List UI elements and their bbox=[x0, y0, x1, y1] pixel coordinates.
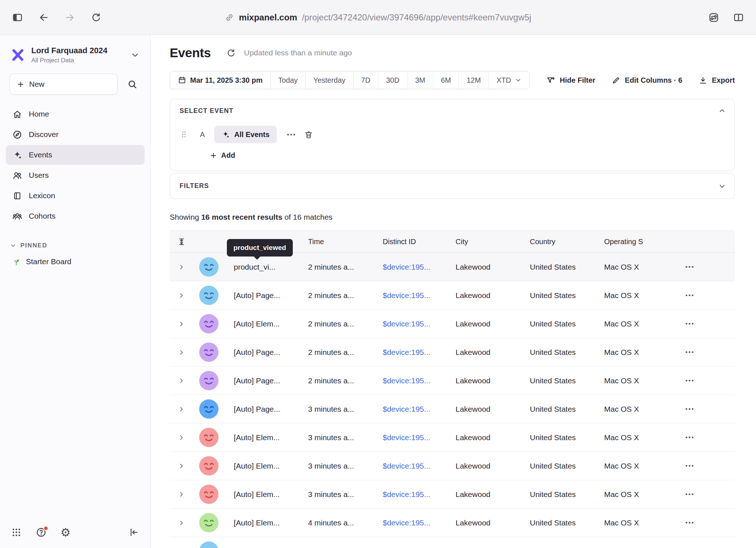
expand-rows-icon bbox=[177, 237, 186, 246]
range-30d[interactable]: 30D bbox=[378, 71, 407, 89]
distinct-id-link[interactable]: $device:195... bbox=[383, 405, 456, 414]
pinned-section-header[interactable]: PINNED bbox=[0, 242, 150, 249]
event-name-cell[interactable]: [Auto] Page... bbox=[224, 405, 308, 414]
chevron-down-icon bbox=[718, 182, 727, 191]
sidebar-item-lexicon[interactable]: Lexicon bbox=[6, 186, 145, 206]
distinct-id-link[interactable]: $device:195... bbox=[383, 433, 456, 442]
city-cell: Lakewood bbox=[456, 320, 530, 328]
expand-row-button[interactable] bbox=[170, 320, 197, 328]
row-actions-button[interactable] bbox=[678, 432, 735, 442]
page-settings-button[interactable] bbox=[706, 9, 722, 26]
row-actions-button[interactable] bbox=[678, 319, 735, 329]
expand-row-button[interactable] bbox=[170, 291, 197, 300]
expand-section-button[interactable] bbox=[718, 182, 727, 191]
row-actions-button[interactable] bbox=[678, 347, 735, 357]
date-picker-button[interactable]: Mar 11, 2025 3:30 pm bbox=[170, 71, 270, 89]
range-xtd[interactable]: XTD bbox=[488, 71, 529, 89]
distinct-id-link[interactable]: $device:195... bbox=[383, 518, 456, 527]
event-avatar-icon bbox=[199, 314, 218, 333]
edit-columns-button[interactable]: Edit Columns · 6 bbox=[611, 76, 682, 85]
distinct-id-link[interactable]: $device:195... bbox=[383, 348, 456, 357]
table-row: [Auto] Page... 3 minutes a... $device:19… bbox=[170, 395, 735, 423]
expand-all-rows-button[interactable] bbox=[170, 237, 197, 246]
distinct-id-link[interactable]: $device:195... bbox=[383, 376, 456, 385]
search-button[interactable] bbox=[123, 75, 142, 94]
sidebar-item-discover[interactable]: Discover bbox=[6, 125, 145, 144]
expand-row-button[interactable] bbox=[170, 348, 197, 356]
row-actions-button[interactable] bbox=[678, 404, 735, 414]
row-actions-button[interactable] bbox=[678, 546, 735, 548]
address-bar[interactable]: mixpanel.com/project/3472420/view/397469… bbox=[225, 12, 531, 23]
drag-handle[interactable] bbox=[180, 130, 188, 139]
distinct-id-link[interactable]: $device:195... bbox=[383, 320, 456, 328]
event-chip-label: All Events bbox=[234, 130, 269, 139]
distinct-id-link[interactable]: $device:195... bbox=[383, 263, 456, 271]
event-name-cell[interactable]: [Auto] Page... bbox=[224, 291, 308, 300]
country-cell: United States bbox=[530, 376, 604, 385]
add-event-button[interactable]: Add bbox=[209, 151, 235, 160]
event-name-cell[interactable]: [Auto] Elem... bbox=[224, 433, 308, 442]
sidebar-item-starter-board[interactable]: Starter Board bbox=[6, 252, 145, 271]
range-3m[interactable]: 3M bbox=[407, 71, 433, 89]
forward-button[interactable] bbox=[62, 9, 78, 26]
range-yesterday[interactable]: Yesterday bbox=[305, 71, 353, 89]
expand-row-button[interactable] bbox=[170, 405, 197, 413]
event-avatar-icon bbox=[199, 456, 218, 475]
collapse-sidebar-button[interactable] bbox=[129, 527, 139, 538]
row-actions-button[interactable] bbox=[678, 489, 735, 499]
sidebar-item-users[interactable]: Users bbox=[6, 165, 145, 185]
new-button[interactable]: New bbox=[9, 74, 118, 95]
export-button[interactable]: Export bbox=[698, 76, 735, 85]
back-button[interactable] bbox=[36, 9, 52, 26]
sidebar-toggle-button[interactable] bbox=[9, 9, 25, 26]
chevron-down-icon[interactable] bbox=[130, 50, 140, 60]
apps-grid-button[interactable] bbox=[11, 527, 22, 538]
event-name-cell[interactable]: [Auto] Elem... bbox=[224, 462, 308, 470]
expand-row-button[interactable] bbox=[170, 519, 197, 527]
event-name-cell[interactable]: [Auto] Page... bbox=[224, 376, 308, 385]
expand-row-button[interactable] bbox=[170, 490, 197, 498]
range-7d[interactable]: 7D bbox=[353, 71, 378, 89]
distinct-id-link[interactable]: $device:195... bbox=[383, 490, 456, 499]
reload-button[interactable] bbox=[88, 9, 104, 26]
distinct-id-link[interactable]: $device:195... bbox=[383, 291, 456, 300]
sidebar-item-cohorts[interactable]: Cohorts bbox=[6, 206, 145, 226]
range-12m[interactable]: 12M bbox=[458, 71, 488, 89]
help-button[interactable] bbox=[36, 527, 47, 538]
split-view-button[interactable] bbox=[731, 9, 747, 26]
row-actions-button[interactable] bbox=[678, 290, 735, 300]
row-actions-button[interactable] bbox=[678, 461, 735, 471]
event-name-cell[interactable]: [Auto] Page... bbox=[224, 348, 308, 357]
distinct-id-link[interactable]: $device:195... bbox=[383, 462, 456, 470]
expand-row-button[interactable] bbox=[170, 434, 197, 442]
sidebar-item-home[interactable]: Home bbox=[6, 104, 145, 124]
event-avatar-icon bbox=[199, 428, 218, 447]
event-name-cell[interactable]: product_vi... bbox=[224, 263, 308, 271]
refresh-button[interactable] bbox=[226, 48, 236, 58]
collapse-section-button[interactable] bbox=[718, 106, 727, 115]
expand-row-button[interactable] bbox=[170, 377, 197, 385]
event-name-cell[interactable]: [Auto] Elem... bbox=[224, 320, 308, 328]
row-actions-button[interactable] bbox=[678, 518, 735, 528]
event-name-cell[interactable]: [Auto] Elem... bbox=[224, 490, 308, 499]
kebab-icon bbox=[685, 376, 694, 385]
event-name-cell[interactable]: [Auto] Elem... bbox=[224, 518, 308, 527]
sidebar-item-events[interactable]: Events bbox=[6, 145, 145, 165]
row-actions-button[interactable] bbox=[678, 376, 735, 385]
event-selector-chip[interactable]: All Events bbox=[214, 126, 277, 143]
delete-event-button[interactable] bbox=[304, 130, 313, 139]
date-label: Mar 11, 2025 3:30 pm bbox=[190, 76, 263, 85]
os-cell: Mac OS X bbox=[604, 433, 678, 442]
workspace-switcher[interactable]: Lord Farquaad 2024 All Project Data bbox=[0, 35, 150, 64]
time-cell: 2 minutes a... bbox=[308, 376, 383, 385]
hide-filter-button[interactable]: Hide Filter bbox=[546, 76, 595, 85]
country-cell: United States bbox=[530, 462, 604, 470]
expand-row-button[interactable] bbox=[170, 263, 197, 271]
settings-button[interactable]: ⚙ bbox=[60, 527, 71, 538]
row-actions-button[interactable] bbox=[678, 262, 735, 272]
expand-row-button[interactable] bbox=[170, 462, 197, 470]
event-options-button[interactable] bbox=[286, 130, 296, 140]
range-today[interactable]: Today bbox=[270, 71, 305, 89]
url-path: /project/3472420/view/3974696/app/events… bbox=[302, 12, 531, 23]
range-6m[interactable]: 6M bbox=[433, 71, 459, 89]
